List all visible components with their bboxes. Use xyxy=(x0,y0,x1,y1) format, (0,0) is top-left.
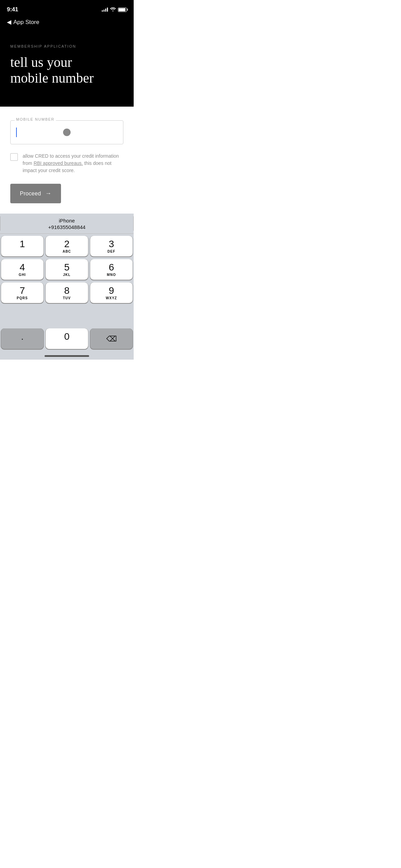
proceed-button[interactable]: Proceed → xyxy=(10,184,61,203)
right-divider xyxy=(133,216,134,231)
section-label: MEMBERSHIP APPLICATION xyxy=(10,44,123,48)
rbi-link[interactable]: RBI approved bureaus. xyxy=(34,160,83,166)
status-icons xyxy=(102,7,127,12)
phone-suggestion[interactable]: iPhone +916355048844 xyxy=(48,217,86,230)
suggestion-phone-name: iPhone xyxy=(48,217,86,224)
status-time: 9:41 xyxy=(7,6,18,13)
status-bar: 9:41 xyxy=(0,0,134,17)
delete-icon: ⌫ xyxy=(106,335,117,343)
key-3[interactable]: 3 DEF xyxy=(90,236,133,256)
form-content: MOBILE NUMBER allow CRED to access your … xyxy=(0,107,134,214)
hero-title-line2: mobile number xyxy=(10,70,94,86)
key-5[interactable]: 5 JKL xyxy=(46,259,88,280)
key-7[interactable]: 7 PQRS xyxy=(1,282,44,303)
key-0[interactable]: 0 xyxy=(46,328,88,349)
consent-text: allow CRED to access your credit informa… xyxy=(23,153,123,174)
app-store-nav[interactable]: ◀ App Store xyxy=(0,17,134,31)
key-delete[interactable]: ⌫ xyxy=(90,328,133,349)
suggestion-indicator xyxy=(63,129,71,136)
suggestion-phone-number: +916355048844 xyxy=(48,224,86,230)
back-arrow-icon[interactable]: ◀ xyxy=(7,19,11,26)
key-6[interactable]: 6 MNO xyxy=(90,259,133,280)
key-dot[interactable]: . xyxy=(1,328,44,349)
mobile-input-area[interactable] xyxy=(16,125,118,139)
keyboard-suggestion-bar[interactable]: iPhone +916355048844 xyxy=(0,214,134,234)
consent-checkbox-row[interactable]: allow CRED to access your credit informa… xyxy=(10,153,123,174)
key-4[interactable]: 4 GHI xyxy=(1,259,44,280)
home-indicator xyxy=(0,351,134,360)
consent-checkbox[interactable] xyxy=(10,153,18,161)
proceed-arrow-icon: → xyxy=(45,190,51,197)
keyboard-area: iPhone +916355048844 1 2 ABC 3 DEF 4 GHI… xyxy=(0,214,134,360)
mobile-number-field[interactable]: MOBILE NUMBER xyxy=(10,120,123,144)
key-9[interactable]: 9 WXYZ xyxy=(90,282,133,303)
key-1[interactable]: 1 xyxy=(1,236,44,256)
left-divider xyxy=(0,216,0,231)
wifi-icon xyxy=(110,7,116,12)
signal-icon xyxy=(102,8,108,12)
home-bar xyxy=(45,355,89,357)
input-label: MOBILE NUMBER xyxy=(15,117,56,121)
keyboard-grid: 1 2 ABC 3 DEF 4 GHI 5 JKL 6 MNO 7 PQRS 8 xyxy=(0,234,134,328)
text-cursor xyxy=(16,128,17,137)
key-8[interactable]: 8 TUV xyxy=(46,282,88,303)
proceed-label: Proceed xyxy=(20,191,41,197)
keyboard-bottom-row: . 0 ⌫ xyxy=(0,328,134,351)
battery-icon xyxy=(118,8,127,12)
hero-title: tell us your mobile number xyxy=(10,55,123,86)
hero-section: MEMBERSHIP APPLICATION tell us your mobi… xyxy=(0,31,134,107)
key-2[interactable]: 2 ABC xyxy=(46,236,88,256)
hero-title-line1: tell us your xyxy=(10,55,72,70)
app-store-label[interactable]: App Store xyxy=(13,19,39,26)
